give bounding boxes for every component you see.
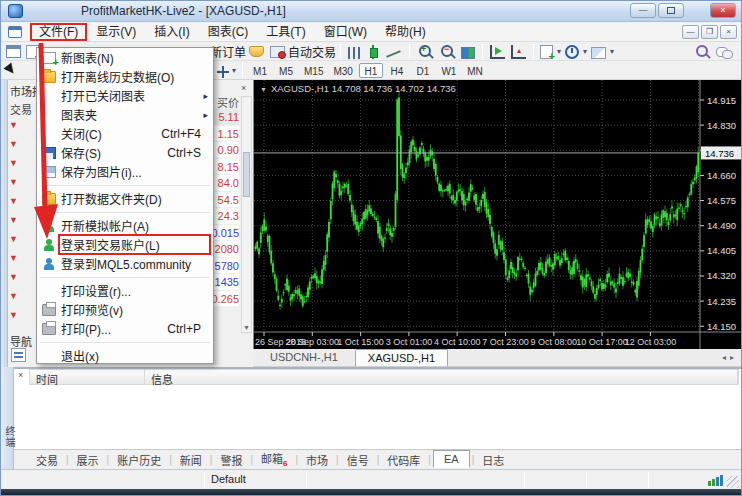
save-image-icon [42,166,56,178]
timeframe-button-d1[interactable]: D1 [411,63,435,78]
timeframe-button-m15[interactable]: M15 [300,63,327,78]
terminal-tab-6[interactable]: 市场 [300,450,334,470]
close-button[interactable]: × [710,3,736,18]
file-menu-item[interactable]: 打开离线历史数据(O) [37,67,213,86]
terminal-tab-0[interactable]: 交易 [30,450,64,470]
autotrading-icon[interactable] [270,46,285,58]
timeframe-button-m30[interactable]: M30 [329,63,356,78]
market-icon[interactable] [249,46,264,57]
drawing-dropdown-caret[interactable]: ▾ [232,66,236,75]
terminal-tab-10[interactable]: 日志 [476,450,510,470]
timeframe-button-m5[interactable]: M5 [274,63,298,78]
new-order-button[interactable]: 新订单 [210,43,246,60]
market-watch-scrollbar[interactable]: ▼ [241,96,252,333]
market-watch-close-icon[interactable]: × [241,83,246,93]
cursor-pointer-icon[interactable] [3,62,20,80]
chart-shift-icon[interactable]: ▴ [511,45,526,59]
menu-item-6[interactable]: 帮助(H) [376,23,435,41]
menu-separator [37,181,213,189]
file-menu-item[interactable]: 关闭(C)Ctrl+F4 [37,124,213,143]
menu-item-label: 关闭(C) [61,125,161,142]
file-menu-item[interactable]: 登录到MQL5.community [37,254,213,273]
terminal-tab-2[interactable]: 账户历史 [111,450,167,470]
templates-dropdown-caret[interactable]: ▾ [610,47,614,56]
message-column-header[interactable]: 信息 [145,370,738,384]
resize-grip[interactable] [727,476,739,488]
child-restore-button[interactable]: ❐ [701,25,718,39]
crosshair-icon[interactable] [217,66,229,78]
terminal-tab-1[interactable]: 展示 [71,450,105,470]
market-watch-symbols-tab[interactable]: 交易品种 [10,101,32,117]
status-separator [306,472,307,488]
autotrading-button[interactable]: 自动交易 [288,43,336,60]
file-menu-item[interactable]: 登录到交易账户(L) [37,235,213,254]
bar-chart-icon[interactable] [348,47,361,59]
periods-icon[interactable] [565,45,579,59]
file-menu-item[interactable]: 打开数据文件夹(D) [37,189,213,208]
open-folder-icon [37,193,61,205]
scrollbar-down-icon[interactable]: ▼ [243,324,250,331]
periods-dropdown-caret[interactable]: ▾ [583,47,587,56]
menu-item-4[interactable]: 工具(T) [257,23,314,41]
indicators-icon[interactable] [540,45,553,59]
menu-item-3[interactable]: 图表(C) [199,23,258,41]
zoom-in-icon[interactable]: + [417,44,433,60]
menu-item-2[interactable]: 插入(I) [145,23,198,41]
save-image-icon [37,166,61,178]
maximize-button[interactable] [658,3,684,18]
chart-tab-usdcnhh1[interactable]: USDCNH-,H1 [257,348,351,366]
chart-collapse-icon[interactable]: ▼ [260,86,267,93]
child-minimize-button[interactable]: — [682,25,699,39]
timeframe-button-h4[interactable]: H4 [385,63,409,78]
file-menu-item[interactable]: 打印(P)...Ctrl+P [37,319,213,338]
child-close-button[interactable]: × [720,25,737,39]
timeframe-button-h1[interactable]: H1 [359,63,383,78]
file-menu-item[interactable]: 保存(S)Ctrl+S [37,143,213,162]
terminal-tab-8[interactable]: 代码库 [381,450,426,470]
terminal-close-icon[interactable]: × [18,370,23,380]
terminal-side-tab[interactable] [1,367,14,469]
zoom-out-icon[interactable]: − [439,44,455,60]
terminal-tab-3[interactable]: 新闻 [174,450,208,470]
search-icon[interactable] [694,44,710,60]
new-chart-window-icon[interactable] [6,45,21,58]
svg-text:3 Oct 01:00: 3 Oct 01:00 [386,337,433,347]
terminal-tab-5[interactable]: 邮箱6 [255,448,293,470]
file-menu-item[interactable]: 图表夹▸ [37,105,213,124]
candlestick-chart-icon[interactable] [367,45,380,59]
menu-item-5[interactable]: 窗口(W) [315,23,376,41]
tile-windows-icon[interactable] [461,47,475,59]
terminal-tab-7[interactable]: 信号 [341,450,375,470]
svg-text:7 Oct 23:00: 7 Oct 23:00 [482,337,529,347]
window-title: ProfitMarketHK-Live2 - [XAGUSD-,H1] [81,4,286,18]
terminal-tab-ea[interactable]: EA [433,450,470,468]
navigator-icon[interactable] [11,348,26,362]
chart-tab-xagusdh1[interactable]: XAGUSD-,H1 [355,349,448,366]
line-chart-icon[interactable] [386,47,402,59]
chart-window-icon[interactable] [8,26,22,38]
file-menu-item[interactable]: 打印预览(v) [37,300,213,319]
terminal-tab-4[interactable]: 警报 [214,450,248,470]
timeframe-button-w1[interactable]: W1 [437,63,461,78]
chat-icon[interactable] [716,47,732,59]
timeframe-button-m1[interactable]: M1 [248,63,272,78]
tab-separator: | [169,454,172,465]
minimize-button[interactable]: — [630,3,656,18]
timeframe-button-mn[interactable]: MN [463,63,487,78]
auto-scroll-icon[interactable] [490,45,505,59]
templates-icon[interactable] [591,47,606,59]
tab-scroll-arrows[interactable]: ◂▸ [722,353,738,362]
scrollbar-thumb[interactable] [243,152,250,197]
chart-area[interactable]: 14.91514.83014.66014.57514.49014.40514.3… [253,80,742,349]
file-menu-item[interactable]: 退出(x) [37,346,213,365]
file-menu-item[interactable]: 新图表(N) [37,48,213,67]
file-menu-item[interactable]: 开新模拟帐户(A) [37,216,213,235]
menu-item-file[interactable]: 文件(F) [30,23,87,41]
file-menu-item[interactable]: 打开已关闭图表▸ [37,86,213,105]
file-menu-item[interactable]: 打印设置(r)... [37,281,213,300]
file-menu-item[interactable]: 保存为图片(i)... [37,162,213,181]
time-column-header[interactable]: 时间 [30,370,145,384]
price-down-arrow-icon: ▼ [9,230,23,249]
indicators-dropdown-caret[interactable]: ▾ [557,47,561,56]
menu-item-1[interactable]: 显示(V) [87,23,145,41]
